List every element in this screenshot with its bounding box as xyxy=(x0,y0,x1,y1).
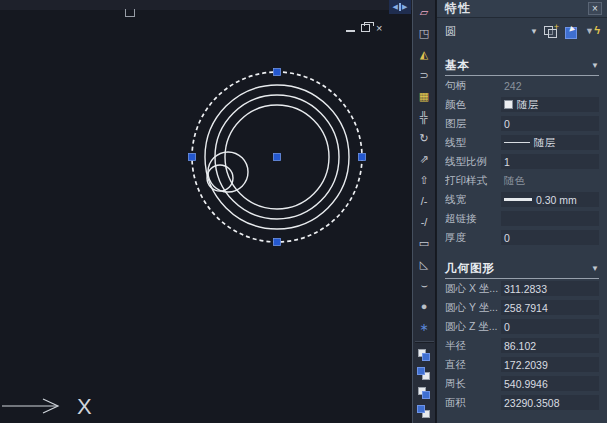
mirror-icon: ◭ xyxy=(420,49,428,60)
property-value-text: 随层 xyxy=(517,98,538,112)
toolbar-trim-button[interactable]: /- xyxy=(414,191,434,212)
erase-icon: ▱ xyxy=(420,7,428,18)
toolbar-offset-button[interactable]: ⊃ xyxy=(414,65,434,86)
toolbar-extend-button[interactable]: -/ xyxy=(414,212,434,233)
ucs-icon: X xyxy=(2,394,92,419)
property-value-text: 86.102 xyxy=(504,340,536,352)
toolbar-send-to-back-button[interactable] xyxy=(414,365,434,384)
toolbar-move-button[interactable]: ╬ xyxy=(414,107,434,128)
break-icon: ▭ xyxy=(419,238,429,249)
property-label: 颜色 xyxy=(445,98,501,112)
property-value-text: 0 xyxy=(504,232,510,244)
toolbar-stretch-button[interactable]: ⇧ xyxy=(414,170,434,191)
property-label: 半径 xyxy=(445,339,501,353)
property-value-field: 随色 xyxy=(501,173,599,188)
property-value-field[interactable]: 0 xyxy=(501,230,599,245)
cursor-arrow-icon: ► xyxy=(565,23,578,36)
toolbar-array-button[interactable]: ▦ xyxy=(414,86,434,107)
property-row: 圆心 X 坐...311.2833 xyxy=(445,279,599,298)
blue-square-icon xyxy=(422,353,430,361)
property-row: 周长540.9946 xyxy=(445,374,599,393)
property-label: 圆心 Y 坐... xyxy=(445,301,501,315)
property-value-field[interactable]: 258.7914 xyxy=(501,300,599,315)
array-icon: ▦ xyxy=(419,91,429,102)
property-value-field[interactable]: 0 xyxy=(501,319,599,334)
grip-handle[interactable] xyxy=(274,69,281,76)
properties-panel-body: 基本 ▼ 句柄242颜色随层图层0线型随层线型比例1打印样式随色线宽0.30 m… xyxy=(437,58,607,412)
toolbar-region-button[interactable]: ● xyxy=(414,296,434,317)
property-label: 圆心 X 坐... xyxy=(445,282,501,296)
property-row: 线宽0.30 mm xyxy=(445,190,599,209)
collapse-panel-button[interactable]: ◀ ▶ xyxy=(389,0,411,14)
chamfer-icon: ◺ xyxy=(420,259,428,270)
chevron-down-icon[interactable]: ▼ xyxy=(591,264,599,273)
property-value-field[interactable]: 311.2833 xyxy=(501,281,599,296)
toolbar-rotate-button[interactable]: ↻ xyxy=(414,128,434,149)
property-label: 打印样式 xyxy=(445,174,501,188)
chevron-down-icon[interactable]: ▼ xyxy=(530,27,538,36)
toolbar-send-under-objects-button[interactable] xyxy=(414,403,434,422)
property-value-text: 172.2039 xyxy=(504,359,548,371)
property-value-field[interactable]: 86.102 xyxy=(501,338,599,353)
grip-handle[interactable] xyxy=(274,239,281,246)
property-row: 线型随层 xyxy=(445,133,599,152)
property-row: 图层0 xyxy=(445,114,599,133)
rotate-icon: ↻ xyxy=(419,133,428,144)
property-value-field[interactable]: 172.2039 xyxy=(501,357,599,372)
property-value-field[interactable]: 540.9946 xyxy=(501,376,599,391)
section-header-geometry[interactable]: 几何图形 ▼ xyxy=(445,261,599,279)
toolbar-break-button[interactable]: ▭ xyxy=(414,233,434,254)
minimize-icon[interactable] xyxy=(346,30,355,32)
property-label: 线型 xyxy=(445,136,501,150)
property-value-field[interactable]: 0.30 mm xyxy=(501,192,599,207)
chevron-down-icon[interactable]: ▼ xyxy=(591,61,599,70)
property-value-text: 随层 xyxy=(534,136,555,150)
quick-select-button[interactable]: ϟ xyxy=(584,24,601,39)
toolbar-mirror-button[interactable]: ◭ xyxy=(414,44,434,65)
property-value-field[interactable]: 随层 xyxy=(501,97,599,112)
property-value-text: 0.30 mm xyxy=(536,194,577,206)
circle-entity[interactable] xyxy=(208,152,248,192)
property-row: 厚度0 xyxy=(445,228,599,247)
property-row: 颜色随层 xyxy=(445,95,599,114)
extend-icon: -/ xyxy=(421,217,428,228)
grip-handle[interactable] xyxy=(189,154,196,161)
restore-window-icon[interactable] xyxy=(361,24,370,32)
toolbar-scale-button[interactable]: ⇗ xyxy=(414,149,434,170)
toolbar-bring-to-front-button[interactable] xyxy=(414,346,434,365)
toolbar-chamfer-button[interactable]: ◺ xyxy=(414,254,434,275)
close-window-icon[interactable]: × xyxy=(376,23,382,33)
property-value-field[interactable] xyxy=(501,211,599,226)
section-header-basic[interactable]: 基本 ▼ xyxy=(445,58,599,76)
properties-panel: 特性 × 圆 ▼ + ► ϟ 基本 ▼ 句柄242颜色随层图层0线型随层线型比例… xyxy=(436,0,607,423)
drawing-canvas[interactable]: X × ◀ ▶ xyxy=(0,0,412,423)
property-value-field[interactable]: 1 xyxy=(501,154,599,169)
toolbar-bring-above-objects-button[interactable] xyxy=(414,384,434,403)
property-label: 线型比例 xyxy=(445,155,501,169)
toolbar-erase-button[interactable]: ▱ xyxy=(414,2,434,23)
property-label: 圆心 Z 坐... xyxy=(445,320,501,334)
property-row: 打印样式随色 xyxy=(445,171,599,190)
property-value-field[interactable]: 随层 xyxy=(501,135,599,150)
property-row: 面积23290.3508 xyxy=(445,393,599,412)
property-value-field[interactable]: 0 xyxy=(501,116,599,131)
properties-panel-titlebar[interactable]: 特性 × xyxy=(437,0,607,18)
property-row: 圆心 Z 坐...0 xyxy=(445,317,599,336)
pickadd-plus-icon: + xyxy=(554,22,559,32)
color-swatch-icon xyxy=(504,100,513,109)
property-value-text: 0 xyxy=(504,321,510,333)
property-value-text: 0 xyxy=(504,118,510,130)
select-objects-button[interactable]: ► xyxy=(563,24,580,39)
toggle-pickadd-button[interactable]: + xyxy=(542,24,559,39)
toolbar-fillet-button[interactable]: ⌣ xyxy=(414,275,434,296)
grip-handle[interactable] xyxy=(359,154,366,161)
move-icon: ╬ xyxy=(420,112,428,123)
drawing-svg: X xyxy=(0,0,412,423)
toolbar-copy-button[interactable]: ◳ xyxy=(414,23,434,44)
property-value-field[interactable]: 23290.3508 xyxy=(501,395,599,410)
toolbar-explode-button[interactable]: ∗ xyxy=(414,317,434,338)
linetype-swatch-icon xyxy=(504,142,530,143)
blue-square-icon xyxy=(417,405,425,413)
close-panel-button[interactable]: × xyxy=(588,2,602,15)
grip-handle[interactable] xyxy=(274,154,281,161)
